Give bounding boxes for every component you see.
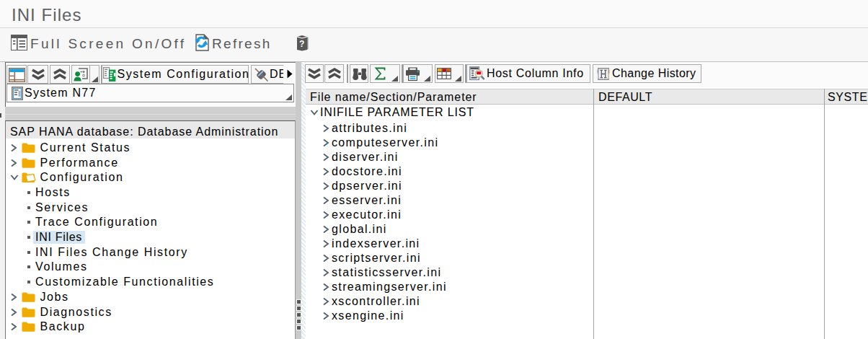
svg-text:?: ? bbox=[299, 39, 304, 49]
